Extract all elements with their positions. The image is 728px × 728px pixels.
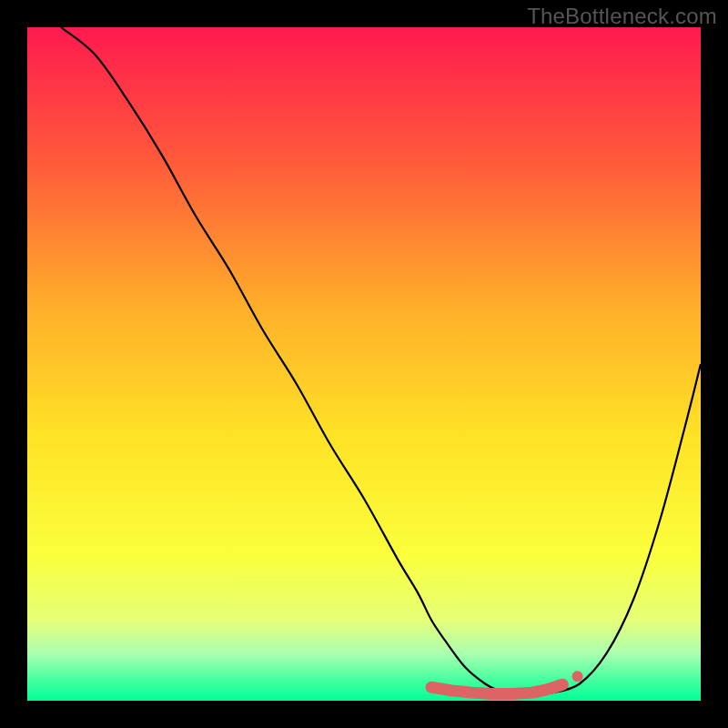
- watermark-text: TheBottleneck.com: [527, 4, 717, 29]
- min-band-end-dot: [572, 671, 583, 682]
- gradient-background: [27, 27, 701, 701]
- plot-area: [27, 27, 701, 701]
- chart-frame: TheBottleneck.com: [0, 0, 728, 728]
- bottleneck-chart: [27, 27, 701, 701]
